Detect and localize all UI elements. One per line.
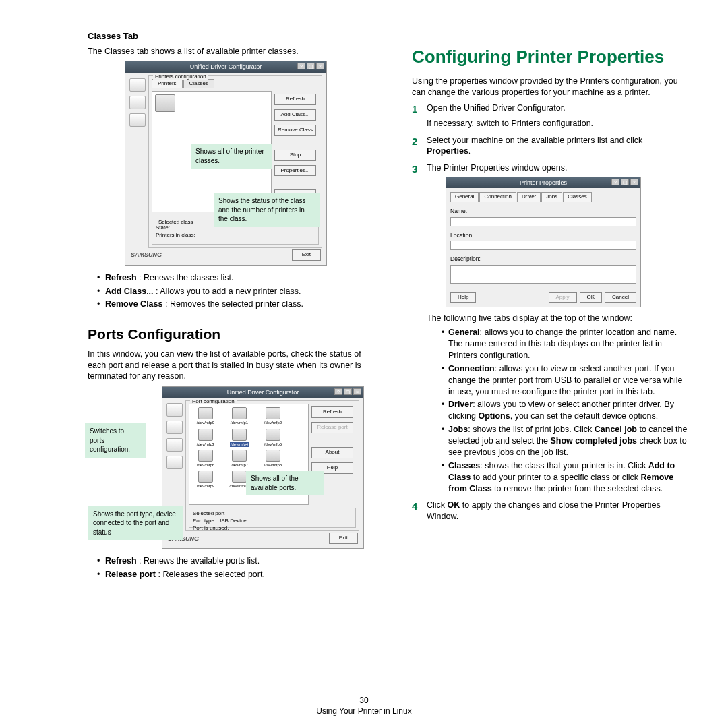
udc-sidebar — [128, 75, 147, 248]
ports-intro: In this window, you can view the list of… — [88, 348, 364, 383]
brand-logo: SAMSUNG — [131, 251, 162, 259]
callout-switch-ports: Switches to ports configuration. — [85, 423, 146, 458]
refresh-button[interactable]: Refresh — [311, 406, 353, 418]
status-printers-in-class: Printers in class: — [156, 232, 315, 239]
printers-icon[interactable] — [129, 78, 146, 92]
classes-intro: The Classes tab shows a list of availabl… — [88, 46, 364, 57]
remove-class-button[interactable]: Remove Class — [274, 125, 316, 136]
about-button[interactable]: About — [311, 447, 353, 458]
window-title: Printer Properties ?▢× — [446, 177, 640, 188]
classes-bullets: Refresh : Renews the classes list. Add C… — [97, 272, 364, 311]
window-title: Unified Driver Configurator ?▢× — [162, 387, 363, 398]
tab-descriptions: General: allows you to change the printe… — [442, 327, 688, 494]
printer-class-icon — [155, 94, 175, 112]
add-class-button[interactable]: Add Class... — [274, 109, 316, 121]
callout-all-ports: Shows all of the available ports. — [246, 471, 324, 495]
location-input[interactable] — [450, 241, 636, 250]
five-tabs-intro: The following five tabs display at the t… — [427, 313, 688, 324]
scanners-icon[interactable] — [129, 96, 146, 109]
label-description: Description: — [450, 255, 636, 263]
exit-button[interactable]: Exit — [292, 249, 321, 261]
label-location: Location: — [450, 232, 636, 239]
step-4: 4 Click OK to apply the changes and clos… — [412, 499, 688, 522]
udc-ports-window: Unified Driver Configurator ?▢× Port con… — [162, 386, 364, 549]
properties-button[interactable]: Properties... — [274, 165, 316, 177]
cancel-button[interactable]: Cancel — [605, 292, 636, 303]
pp-tabs: General Connection Driver Jobs Classes — [450, 192, 636, 202]
footer-text: Using Your Printer in Linux — [0, 706, 728, 716]
printer-properties-window: Printer Properties ?▢× General Connectio… — [446, 177, 641, 307]
window-controls: ?▢× — [611, 179, 638, 185]
window-title: Unified Driver Configurator ?▢× — [125, 61, 326, 72]
callout-class-status: Shows the status of the class and the nu… — [214, 193, 320, 227]
callout-port-status: Shows the port type, device connected to… — [88, 506, 183, 541]
ok-button[interactable]: OK — [580, 292, 603, 303]
label-name: Name: — [450, 208, 636, 215]
tab-general[interactable]: General — [450, 192, 479, 202]
window-controls: ?▢× — [297, 63, 324, 69]
step-1: 1 Open the Unified Driver Configurator. … — [412, 102, 688, 129]
window-controls: ?▢× — [334, 388, 361, 395]
status-port-state: Port is unused. — [193, 525, 352, 533]
release-port-button[interactable]: Release port — [311, 422, 353, 433]
ports-list: /dev/mfp0 /dev/mfp1 /dev/mfp2 /dev/mfp3 … — [189, 404, 309, 505]
tab-jobs[interactable]: Jobs — [541, 192, 562, 202]
mfp-icon[interactable] — [166, 438, 183, 452]
stop-button[interactable]: Stop — [274, 150, 316, 161]
printers-icon[interactable] — [166, 403, 183, 417]
configuring-intro: Using the properties window provided by … — [412, 75, 688, 98]
ports-bullets: Refresh : Renews the available ports lis… — [97, 555, 364, 580]
ports-config-heading: Ports Configuration — [88, 325, 364, 344]
status-legend: Selected class — [156, 219, 195, 226]
name-input[interactable] — [450, 217, 636, 226]
step-3: 3 The Printer Properties window opens. P… — [412, 162, 688, 494]
status-legend: Selected port — [193, 510, 224, 516]
refresh-button[interactable]: Refresh — [274, 94, 316, 105]
help-button[interactable]: Help — [450, 292, 476, 303]
apply-button[interactable]: Apply — [549, 292, 577, 303]
ports-icon[interactable] — [166, 456, 183, 469]
fieldset-legend: Printers configuration — [153, 73, 208, 81]
udc-classes-window: Unified Driver Configurator ?▢× Printers… — [125, 61, 327, 265]
callout-printer-classes: Shows all of the printer classes. — [191, 144, 272, 169]
page-number: 30 — [0, 696, 728, 705]
tab-classes[interactable]: Classes — [563, 192, 591, 202]
configuring-heading: Configuring Printer Properties — [412, 45, 688, 69]
description-input[interactable] — [450, 265, 636, 284]
tab-connection[interactable]: Connection — [479, 192, 516, 202]
exit-button[interactable]: Exit — [329, 533, 358, 544]
page-footer: 30 Using Your Printer in Linux — [0, 696, 728, 716]
step-2: 2 Select your machine on the available p… — [412, 135, 688, 158]
status-port-type: Port type: USB Device: — [193, 518, 352, 525]
scanners-icon[interactable] — [166, 421, 183, 434]
tab-driver[interactable]: Driver — [517, 192, 541, 202]
classes-tab-heading: Classes Tab — [88, 30, 364, 42]
ports-icon[interactable] — [129, 113, 146, 127]
